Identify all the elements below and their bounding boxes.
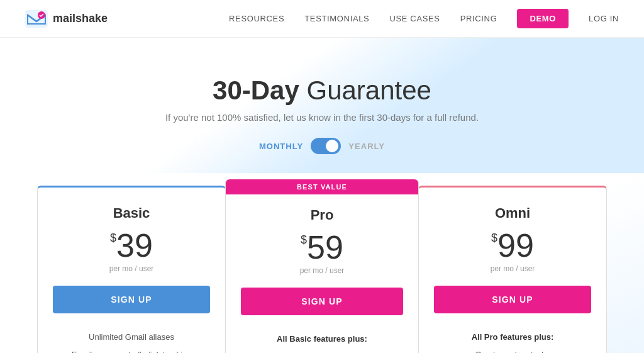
pro-signup-button[interactable]: SIGN UP: [241, 288, 403, 315]
omni-currency: $: [491, 232, 497, 244]
logo-icon: [25, 10, 48, 28]
pro-period: per mo / user: [241, 266, 403, 275]
hero-title: 30-Day Guarantee: [13, 76, 631, 106]
billing-toggle[interactable]: [311, 138, 341, 154]
demo-button[interactable]: DEMO: [517, 9, 569, 28]
monthly-label: MONTHLY: [259, 142, 303, 151]
basic-title: Basic: [53, 205, 210, 221]
billing-toggle-area: MONTHLY YEARLY: [13, 138, 631, 154]
yearly-label: YEARLY: [348, 142, 385, 151]
logo-text: mailshake: [53, 12, 108, 25]
nav-pricing[interactable]: PRICING: [460, 14, 497, 23]
login-link[interactable]: LOG IN: [589, 14, 619, 23]
nav-use-cases[interactable]: USE CASES: [389, 14, 440, 23]
pro-price: 59: [307, 229, 343, 266]
best-value-banner: BEST VALUE: [226, 179, 418, 194]
pricing-card-pro: BEST VALUE Pro $59 per mo / user SIGN UP…: [225, 179, 419, 353]
omni-period: per mo / user: [434, 264, 591, 273]
omni-features: All Pro features plus: Create custom tas…: [434, 328, 591, 353]
basic-signup-button[interactable]: SIGN UP: [53, 286, 210, 313]
pro-features: All Basic features plus: A/B testing Fil…: [241, 330, 403, 353]
list-item: Email open, reply & click tracking: [53, 346, 210, 353]
pro-currency: $: [301, 233, 307, 246]
nav-testimonials[interactable]: TESTIMONIALS: [304, 14, 369, 23]
basic-currency: $: [110, 232, 116, 244]
hero-title-bold: 30-Day: [213, 76, 299, 105]
basic-price-area: $39: [53, 229, 210, 262]
hero-section: 30-Day Guarantee If you're not 100% sati…: [0, 38, 644, 173]
omni-price: 99: [497, 227, 534, 264]
pricing-card-omni: Omni $99 per mo / user SIGN UP All Pro f…: [418, 186, 607, 353]
basic-features: Unlimited Gmail aliases Email open, repl…: [53, 328, 210, 353]
pricing-card-basic: Basic $39 per mo / user SIGN UP Unlimite…: [37, 186, 226, 353]
main-nav: RESOURCES TESTIMONIALS USE CASES PRICING…: [229, 9, 619, 28]
list-item: Unlimited Gmail aliases: [53, 328, 210, 346]
pro-price-area: $59: [241, 231, 403, 264]
toggle-knob: [326, 140, 338, 152]
pricing-section: Basic $39 per mo / user SIGN UP Unlimite…: [0, 173, 644, 353]
omni-signup-button[interactable]: SIGN UP: [434, 286, 591, 313]
hero-title-rest: Guarantee: [299, 76, 431, 105]
list-item: A/B testing: [241, 348, 403, 353]
header: mailshake RESOURCES TESTIMONIALS USE CAS…: [0, 0, 644, 38]
omni-title: Omni: [434, 205, 591, 221]
omni-price-area: $99: [434, 229, 591, 262]
logo: mailshake: [25, 10, 108, 28]
nav-resources[interactable]: RESOURCES: [229, 14, 284, 23]
list-item: Create custom tasks: [434, 346, 591, 353]
basic-period: per mo / user: [53, 264, 210, 273]
list-item: All Basic features plus:: [241, 330, 403, 348]
hero-subtitle: If you're not 100% satisfied, let us kno…: [13, 112, 631, 123]
pro-title: Pro: [241, 207, 403, 223]
list-item: All Pro features plus:: [434, 328, 591, 346]
basic-price: 39: [116, 227, 153, 264]
